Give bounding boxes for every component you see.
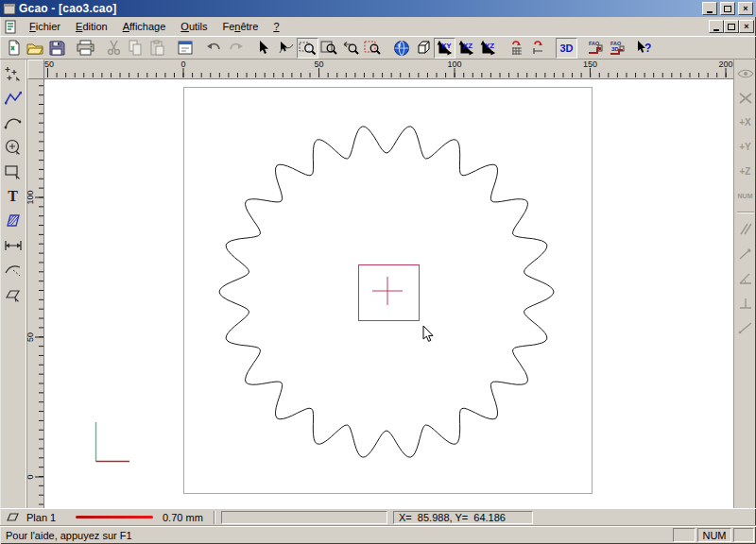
fao-button[interactable]: FAO [584, 38, 606, 59]
vertical-ruler: 100500 [27, 79, 44, 508]
drawing-svg [44, 79, 733, 508]
thickness-value[interactable]: 0.70 mm [159, 512, 208, 523]
line-thickness-preview[interactable] [76, 516, 153, 518]
draw-rectangle-button[interactable] [2, 161, 25, 182]
zoom-window-button[interactable] [318, 38, 340, 59]
move-z-button[interactable]: +Z [734, 161, 756, 182]
menu-edition[interactable]: Edition [68, 18, 115, 35]
open-button[interactable] [25, 38, 46, 59]
draw-polyline-button[interactable] [2, 87, 25, 109]
draw-dimension-button[interactable] [2, 234, 25, 256]
draw-fillet-button[interactable] [2, 259, 25, 280]
doc-minimize-icon [713, 29, 719, 31]
dimension-icon [4, 239, 23, 252]
move-y-button[interactable]: +Y [734, 136, 756, 158]
copy-button[interactable] [125, 38, 146, 59]
draw-text-button[interactable]: T [2, 185, 25, 207]
zoom-previous-button[interactable] [340, 38, 362, 59]
new-button[interactable] [3, 38, 25, 59]
document-icon[interactable] [3, 20, 18, 34]
redo-button[interactable] [225, 38, 247, 59]
rotate-grid-button[interactable] [506, 38, 527, 59]
menu-outils[interactable]: Outils [173, 18, 215, 35]
plus-x-icon: +X [739, 117, 751, 128]
plus-y-icon: +Y [739, 142, 751, 152]
doc-minimize-button[interactable] [709, 20, 724, 33]
draw-arc-button[interactable] [2, 111, 25, 133]
restore-button[interactable] [720, 2, 735, 15]
xy-axes-icon: XY [436, 40, 455, 57]
draw-hatch-button[interactable] [2, 210, 25, 231]
xz-label: XZ [463, 42, 472, 50]
printer-icon [77, 40, 94, 56]
draw-circle-button[interactable] [2, 136, 25, 158]
line-draw-icon [738, 320, 753, 334]
plane-yz-button[interactable]: YZ [477, 38, 499, 59]
perpendicular-line-button[interactable] [734, 292, 756, 314]
rectangle-arrow-icon [4, 163, 23, 180]
scissors-icon [107, 40, 121, 56]
angle-line-button[interactable] [734, 267, 756, 289]
rotate-axis-button[interactable] [527, 38, 549, 59]
move-x-button[interactable]: +X [734, 111, 756, 133]
context-help-button[interactable]: ? [634, 38, 656, 59]
zoom-previous-icon [342, 40, 360, 56]
minimize-icon [707, 11, 713, 13]
window-title: Gcao - [cao3.cao] [19, 2, 699, 15]
plane-xz-button[interactable]: XZ [455, 38, 477, 59]
numeric-entry-button[interactable]: NUM [734, 185, 756, 207]
app-icon [3, 3, 16, 15]
draw-points-button[interactable] [2, 62, 25, 84]
copy-icon [128, 40, 144, 56]
zoom-all-button[interactable] [362, 38, 384, 59]
title-bar[interactable]: Gcao - [cao3.cao] × [0, 0, 756, 17]
cube-icon [415, 40, 432, 57]
tangent-line-button[interactable] [734, 243, 756, 264]
svg-text:100: 100 [27, 190, 35, 204]
minimize-button[interactable] [702, 2, 717, 15]
paste-button[interactable] [146, 38, 168, 59]
xz-axes-icon: XZ [457, 40, 476, 57]
undo-button[interactable] [203, 38, 225, 59]
drawing-canvas[interactable] [44, 79, 733, 508]
free-line-button[interactable] [734, 316, 756, 338]
view-visibility-button[interactable] [734, 62, 756, 84]
layer-plane-icon[interactable] [4, 512, 21, 522]
app-window: Gcao - [cao3.cao] × Fichier Edition Affi… [0, 0, 756, 544]
menu-fichier[interactable]: Fichier [22, 18, 68, 35]
select-button[interactable] [253, 38, 275, 59]
save-button[interactable] [46, 38, 68, 59]
cut-button[interactable] [103, 38, 125, 59]
doc-restore-button[interactable] [724, 20, 739, 33]
right-tool-palette: +X +Y +Z NUM [733, 60, 756, 508]
view-cube-button[interactable] [412, 38, 434, 59]
menu-aide[interactable]: ? [266, 18, 286, 35]
fillet-icon [4, 262, 23, 278]
close-button[interactable]: × [738, 2, 753, 15]
menu-affichage[interactable]: Affichage [115, 18, 174, 35]
undo-arrow-icon [206, 41, 222, 55]
menu-fenetre[interactable]: Fenêtre [215, 18, 266, 35]
delete-entity-button[interactable] [734, 87, 756, 109]
left-tool-palette: T [0, 60, 26, 508]
rotate-axis-icon [530, 40, 547, 56]
circle-arrow-icon [4, 138, 23, 156]
view-sphere-button[interactable] [390, 38, 412, 59]
svg-text:200: 200 [718, 60, 732, 69]
hatch-icon [4, 212, 23, 229]
select-element-button[interactable] [275, 38, 297, 59]
plane-xy-button[interactable]: XY [434, 38, 455, 59]
svg-text:50: 50 [27, 332, 35, 342]
workspace: T [0, 60, 756, 508]
parallel-line-button[interactable] [734, 218, 756, 240]
layer-name[interactable]: Plan 1 [26, 512, 70, 523]
options-dialog-button[interactable] [175, 38, 197, 59]
draw-surface-button[interactable] [2, 283, 25, 305]
zoom-select-button[interactable] [297, 38, 318, 59]
doc-close-button[interactable]: × [739, 20, 754, 33]
view-3d-button[interactable]: 3D [556, 38, 577, 59]
print-button[interactable] [75, 38, 96, 59]
fao-3d-button[interactable]: FAO 3D [606, 38, 627, 59]
3d-label: 3D [559, 42, 573, 54]
text-tool-icon: T [8, 188, 18, 205]
